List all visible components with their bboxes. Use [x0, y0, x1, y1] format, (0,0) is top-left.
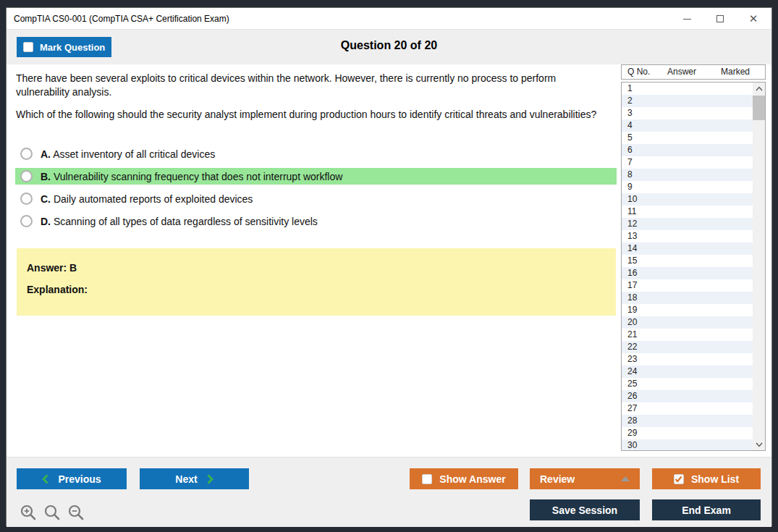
question-list-header: Q No. Answer Marked [621, 64, 766, 80]
table-row[interactable]: 28 [622, 415, 753, 427]
table-row[interactable]: 21 [622, 329, 753, 341]
answer-options: A. Asset inventory of all critical devic… [15, 145, 617, 235]
show-answer-button[interactable]: Show Answer [410, 468, 518, 489]
next-label: Next [175, 473, 197, 485]
table-row[interactable]: 12 [622, 218, 753, 230]
option-text: C. Daily automated reports of exploited … [41, 193, 253, 205]
scroll-up-icon[interactable] [753, 83, 765, 94]
chevron-left-icon [42, 474, 48, 484]
table-row[interactable]: 19 [622, 304, 753, 316]
table-row[interactable]: 11 [622, 206, 753, 218]
table-row[interactable]: 13 [622, 230, 753, 242]
checkmark-icon [675, 476, 682, 483]
answer-explanation-box: Answer: B Explanation: [17, 248, 616, 316]
table-row[interactable]: 26 [622, 390, 753, 402]
show-list-button[interactable]: Show List [652, 468, 761, 489]
save-session-button[interactable]: Save Session [530, 499, 640, 520]
end-exam-label: End Exam [682, 504, 731, 516]
option-text: B. Vulnerability scanning frequency that… [41, 171, 342, 182]
table-row[interactable]: 25 [622, 378, 753, 390]
save-session-label: Save Session [552, 504, 617, 516]
table-row[interactable]: 6 [622, 144, 753, 156]
scrollbar-thumb[interactable] [753, 96, 765, 120]
option-text: A. Asset inventory of all critical devic… [41, 148, 215, 160]
table-row[interactable]: 15 [622, 255, 753, 267]
question-paragraph: There have been several exploits to crit… [16, 72, 599, 99]
answer-option-c[interactable]: C. Daily automated reports of exploited … [15, 190, 617, 207]
title-bar: CompTIA CS0-001 (CompTIA CSA+ Certificat… [7, 8, 771, 30]
radio-button[interactable] [20, 193, 33, 205]
minimize-icon[interactable] [670, 8, 703, 30]
table-row[interactable]: 7 [622, 156, 753, 169]
footer-bar: Previous Next Show Answer Review Show Li… [7, 457, 771, 527]
column-header-answer: Answer [667, 65, 696, 79]
show-answer-label: Show Answer [439, 473, 505, 485]
table-row[interactable]: 23 [622, 353, 753, 366]
radio-button[interactable] [20, 148, 33, 160]
show-list-checkbox[interactable] [674, 474, 684, 484]
table-row[interactable]: 3 [622, 107, 753, 119]
table-row[interactable]: 10 [622, 193, 753, 206]
question-list-panel: Q No. Answer Marked 12345678910111213141… [621, 64, 766, 457]
zoom-reset-icon[interactable] [43, 504, 61, 521]
table-row[interactable]: 18 [622, 292, 753, 304]
answer-label: Answer: B [27, 262, 606, 274]
table-row[interactable]: 1 [622, 83, 753, 95]
table-row[interactable]: 9 [622, 181, 753, 193]
question-text: There have been several exploits to crit… [16, 72, 599, 130]
table-row[interactable]: 22 [622, 341, 753, 353]
table-row[interactable]: 14 [622, 242, 753, 255]
mark-question-checkbox[interactable] [23, 42, 33, 52]
mark-question-button[interactable]: Mark Question [17, 37, 111, 57]
column-header-qno: Q No. [627, 65, 650, 79]
answer-option-a[interactable]: A. Asset inventory of all critical devic… [15, 145, 617, 162]
question-list: 1234567891011121314151617181920212223242… [621, 82, 766, 451]
question-list-scrollbar[interactable] [753, 83, 765, 450]
zoom-in-icon[interactable] [20, 504, 37, 521]
main-content: There have been several exploits to crit… [7, 64, 771, 457]
scroll-down-icon[interactable] [753, 439, 765, 450]
show-answer-checkbox[interactable] [422, 474, 432, 484]
maximize-icon[interactable] [703, 8, 737, 30]
table-row[interactable]: 4 [622, 119, 753, 132]
zoom-out-icon[interactable] [67, 504, 85, 521]
option-text: D. Scanning of all types of data regardl… [41, 216, 318, 227]
radio-button[interactable] [20, 215, 33, 227]
previous-button[interactable]: Previous [17, 468, 127, 489]
column-header-marked: Marked [721, 65, 750, 79]
end-exam-button[interactable]: End Exam [652, 499, 761, 520]
table-row[interactable]: 29 [622, 427, 753, 439]
question-counter: Question 20 of 20 [7, 39, 771, 52]
chevron-right-icon [207, 474, 213, 484]
mark-question-label: Mark Question [40, 42, 105, 53]
table-row[interactable]: 24 [622, 366, 753, 378]
table-row[interactable]: 27 [622, 402, 753, 415]
table-row[interactable]: 2 [622, 95, 753, 107]
review-label: Review [540, 473, 575, 485]
table-row[interactable]: 30 [622, 439, 753, 451]
table-row[interactable]: 17 [622, 279, 753, 292]
table-row[interactable]: 20 [622, 316, 753, 329]
window-controls: ✕ [670, 8, 770, 30]
next-button[interactable]: Next [140, 468, 249, 489]
table-row[interactable]: 5 [622, 132, 753, 144]
question-paragraph: Which of the following should the securi… [16, 108, 599, 122]
header-bar: Mark Question Question 20 of 20 [7, 30, 771, 64]
previous-label: Previous [58, 473, 101, 485]
radio-button[interactable] [20, 170, 33, 182]
explanation-label: Explanation: [27, 284, 606, 295]
show-list-label: Show List [691, 473, 739, 485]
answer-option-d[interactable]: D. Scanning of all types of data regardl… [15, 213, 617, 229]
review-button[interactable]: Review [530, 468, 640, 489]
app-window: CompTIA CS0-001 (CompTIA CSA+ Certificat… [6, 7, 772, 526]
triangle-up-icon [621, 476, 630, 481]
close-icon[interactable]: ✕ [737, 8, 770, 30]
answer-option-b[interactable]: B. Vulnerability scanning frequency that… [15, 168, 617, 185]
table-row[interactable]: 8 [622, 169, 753, 181]
window-title: CompTIA CS0-001 (CompTIA CSA+ Certificat… [14, 8, 229, 30]
zoom-tools [20, 504, 85, 521]
question-list-rows: 1234567891011121314151617181920212223242… [622, 83, 753, 451]
table-row[interactable]: 16 [622, 267, 753, 279]
